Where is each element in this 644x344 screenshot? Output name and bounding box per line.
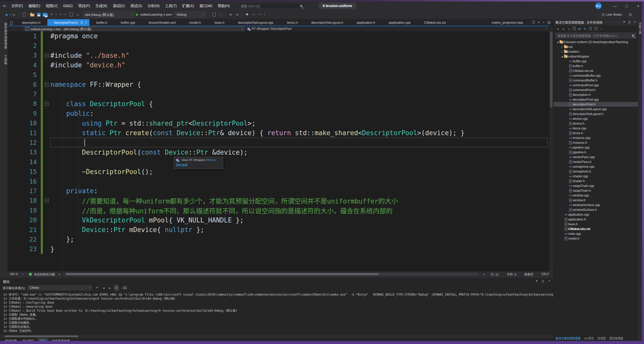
- sync-icon[interactable]: ⇄: [578, 27, 581, 31]
- home-icon[interactable]: ⌂: [568, 27, 570, 31]
- tree-item-pipeline.h[interactable]: hpipeline.h: [554, 150, 638, 155]
- tab-descriptorSetLayout.cpp[interactable]: descriptorSetLayout.cpp: [231, 19, 280, 26]
- pin-icon[interactable]: 卩: [541, 279, 544, 283]
- navigate-forward-icon[interactable]: ►: [12, 11, 17, 18]
- menu-item[interactable]: 编辑(E): [26, 2, 43, 10]
- close-tab-icon[interactable]: ×: [85, 21, 87, 24]
- save-icon[interactable]: [36, 11, 42, 18]
- menu-item[interactable]: Git(G): [60, 2, 75, 10]
- jump-to-message-icon[interactable]: ↶: [94, 285, 99, 290]
- dock-tab-解决方案资源管理器[interactable]: 解决方案资源管理器: [556, 336, 581, 340]
- code-line-11[interactable]: 11 static Ptr create(const Device::Ptr& …: [8, 128, 549, 138]
- switch-view-icon[interactable]: [573, 27, 575, 31]
- tab-settings-gear-icon[interactable]: ⚙: [547, 20, 551, 25]
- code-line-23[interactable]: 23}: [8, 244, 549, 254]
- tree-item-out[interactable]: ▷out: [554, 44, 638, 49]
- menu-item[interactable]: 测试(S): [127, 2, 145, 10]
- tab-list-dropdown-icon[interactable]: ▾: [543, 21, 544, 24]
- tree-item-vulkanWrapper[interactable]: ◢vulkanWrapper: [554, 54, 638, 59]
- tab-descriptorPool.h[interactable]: descriptorPool.h×: [47, 19, 90, 26]
- fold-collapse-icon[interactable]: −: [45, 199, 49, 203]
- menu-item[interactable]: 文件(F): [9, 2, 26, 10]
- tab-description.h[interactable]: description.h: [15, 19, 47, 26]
- tab-matrix_projection.hpp[interactable]: matrix_projection.hpp: [485, 19, 530, 26]
- tree-item-commandPool.cpp[interactable]: ++commandPool.cpp: [554, 83, 638, 88]
- code-line-5[interactable]: 5: [8, 70, 549, 80]
- configuration-dropdown[interactable]: x64-Debug (默认值)▾: [82, 11, 135, 18]
- undo-icon[interactable]: ↶: [49, 11, 55, 18]
- code-line-18[interactable]: 18− //需要知道，每一种uniform都有多少个，才能为其预留分配空间，所谓…: [8, 196, 549, 206]
- redo-icon[interactable]: ↷: [57, 11, 63, 18]
- code-line-2[interactable]: 2: [8, 41, 549, 50]
- tab-fence.h[interactable]: fence.h: [280, 19, 305, 26]
- tab-application.h[interactable]: application.h: [350, 19, 382, 26]
- tab-buffer.h[interactable]: buffer.h: [89, 19, 114, 26]
- output-horizontal-scrollbar[interactable]: [0, 335, 553, 338]
- tree-item-window.h[interactable]: hwindow.h: [554, 198, 638, 203]
- tree-item-descriptorSetLayout.h[interactable]: hdescriptorSetLayout.h: [554, 111, 638, 116]
- editor-vertical-scrollbar[interactable]: [549, 26, 553, 271]
- zoom-level-dropdown[interactable]: 166 %▾: [8, 271, 26, 277]
- forward-icon[interactable]: ►: [562, 27, 565, 31]
- left-tab-服务器资源管理器[interactable]: 服务器资源管理器: [0, 20, 8, 51]
- code-line-7[interactable]: 7: [8, 89, 549, 99]
- tree-item-model.h[interactable]: hmodel.h: [554, 236, 638, 241]
- tab-model.h[interactable]: model.h: [182, 19, 208, 26]
- increase-indent-icon[interactable]: ≡: [234, 11, 240, 18]
- tree-item-fence.cpp[interactable]: ++fence.cpp: [554, 126, 638, 131]
- tree-item-descriptorSetLayout.cpp[interactable]: ++descriptorSetLayout.cpp: [554, 107, 638, 111]
- menu-item[interactable]: 生成(B): [93, 2, 110, 10]
- project-context-dropdown[interactable]: vulkanLearning-1.exe - x64-Debug (默认值) ▾: [24, 26, 245, 31]
- code-line-3[interactable]: 3−#include "../base.h": [8, 51, 549, 60]
- navigate-back-icon[interactable]: ◄: [4, 11, 9, 18]
- tree-item-windowSurface.cpp[interactable]: ++windowSurface.cpp: [554, 203, 638, 207]
- fold-collapse-icon[interactable]: −: [45, 102, 49, 106]
- tree-item-shader.h[interactable]: hshader.h: [554, 179, 638, 183]
- tree-item-base.h[interactable]: hbase.h: [554, 222, 638, 226]
- word-wrap-icon[interactable]: ≡: [114, 285, 119, 291]
- next-message-icon[interactable]: ▸: [108, 285, 112, 290]
- tree-item-commandBuffer.cpp[interactable]: ++commandBuffer.cpp: [554, 73, 638, 78]
- prev-message-icon[interactable]: ◂: [102, 285, 106, 290]
- tree-item-application.h[interactable]: happlication.h: [554, 217, 638, 222]
- menu-item[interactable]: 扩展(X): [179, 2, 197, 10]
- start-debug-icon[interactable]: ▶: [136, 13, 139, 16]
- tree-item-application.cpp[interactable]: ++application.cpp: [554, 212, 638, 217]
- home-icon[interactable]: ⌂: [75, 11, 81, 18]
- fold-collapse-icon[interactable]: −: [45, 53, 49, 57]
- tree-item-buffer.cpp[interactable]: ++buffer.cpp: [554, 59, 638, 64]
- close-doc-icon[interactable]: ×: [538, 20, 540, 25]
- tree-item-instance.cpp[interactable]: ++instance.cpp: [554, 135, 638, 140]
- bookmark-icon[interactable]: ⚑: [244, 11, 250, 18]
- code-line-1[interactable]: 1#pragma once: [8, 31, 549, 41]
- menu-item[interactable]: 工具(T): [162, 2, 179, 10]
- decrease-indent-icon[interactable]: ≡: [228, 11, 233, 18]
- menu-item[interactable]: 窗口(W): [197, 2, 215, 10]
- attach-alt-icon[interactable]: [218, 11, 223, 18]
- code-line-6[interactable]: 6−namespace FF::Wrapper {: [8, 80, 549, 89]
- tree-item-semaphore.h[interactable]: hsemaphore.h: [554, 169, 638, 174]
- tab-lessionShader.vert[interactable]: lessionShader.vert: [142, 19, 182, 26]
- quick-search-box[interactable]: 搜索 (Ctrl+Q): [239, 3, 305, 9]
- preview-doc-icon[interactable]: [532, 20, 535, 25]
- menu-item[interactable]: 项目(P): [75, 2, 93, 10]
- code-line-9[interactable]: 9 public:: [8, 109, 549, 118]
- tree-item-commandBuffer.h[interactable]: hcommandBuffer.h: [554, 78, 638, 83]
- issues-status[interactable]: 未找到相关问题: [34, 272, 55, 276]
- tree-item-9 lession-uniform (D:\teaching\vulkanTeaching[interactable]: ◢9 lession-uniform (D:\teaching\vulkanTe…: [554, 40, 638, 44]
- tree-arrow-icon[interactable]: ◢: [561, 55, 564, 58]
- code-line-8[interactable]: 8− class DescriptorPool {: [8, 99, 549, 109]
- tree-item-swapChain.h[interactable]: hswapChain.h: [554, 188, 638, 193]
- dock-tab-Git 更改[interactable]: Git 更改: [584, 336, 594, 340]
- left-tab-工具箱[interactable]: 工具箱: [0, 52, 8, 67]
- output-source-dropdown[interactable]: CMake▾: [27, 285, 92, 290]
- pin-icon[interactable]: [81, 21, 83, 24]
- clear-output-icon[interactable]: ⌫: [121, 285, 128, 290]
- code-line-20[interactable]: 20 VkDescriptorPool mPool{ VK_NULL_HANDL…: [8, 215, 549, 225]
- solution-search-box[interactable]: 搜索解决方案资源管理器 - 文件夹视图(Ctrl+;): [555, 33, 636, 39]
- next-bookmark-icon[interactable]: ↷: [257, 11, 263, 18]
- code-line-21[interactable]: 21 Device::Ptr mDevice{ nullptr };: [8, 225, 549, 235]
- prev-bookmark-icon[interactable]: ↶: [251, 11, 256, 18]
- menu-item[interactable]: 调试(D): [110, 2, 127, 10]
- show-all-files-icon[interactable]: [595, 27, 597, 31]
